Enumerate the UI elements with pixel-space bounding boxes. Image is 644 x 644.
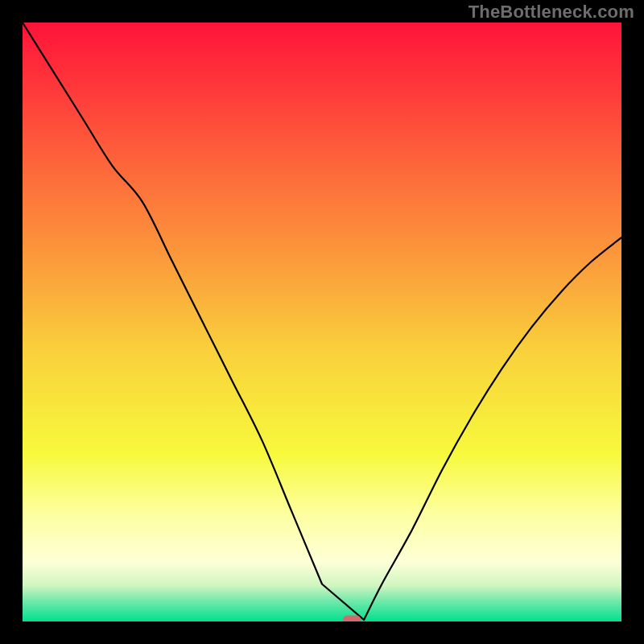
gradient-background xyxy=(23,23,621,621)
watermark-text: TheBottleneck.com xyxy=(469,2,634,23)
optimum-marker xyxy=(343,616,361,622)
chart-container: TheBottleneck.com xyxy=(0,0,644,644)
plot-area xyxy=(23,23,621,621)
chart-svg xyxy=(23,23,621,621)
